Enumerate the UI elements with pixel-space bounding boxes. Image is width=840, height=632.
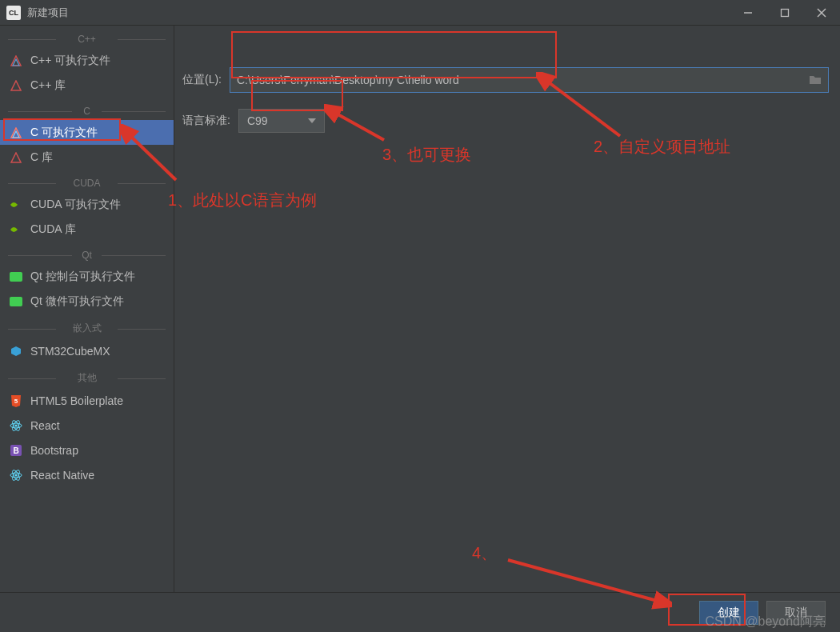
sidebar-item-label: Bootstrap <box>30 444 78 457</box>
sidebar-item-cpp-exec[interactable]: C++ 可执行文件 <box>0 48 174 73</box>
bootstrap-icon: B <box>10 444 22 457</box>
triangle-icon <box>10 54 22 67</box>
sidebar-item-cuda-exec[interactable]: CUDA 可执行文件 <box>0 192 174 217</box>
sidebar-item-react-native[interactable]: React Native <box>0 462 174 487</box>
triangle-icon <box>10 79 22 92</box>
window-controls <box>730 0 840 25</box>
sidebar-item-cuda-lib[interactable]: CUDA 库 <box>0 217 174 242</box>
app-icon: CL <box>6 6 21 20</box>
triangle-icon <box>10 126 22 139</box>
sidebar-item-react[interactable]: React <box>0 413 174 438</box>
react-icon <box>10 419 22 432</box>
qt-icon <box>10 295 22 308</box>
sidebar-item-bootstrap[interactable]: B Bootstrap <box>0 438 174 462</box>
category-embedded: 嵌入式 <box>0 322 174 335</box>
sidebar-item-label: CUDA 可执行文件 <box>30 198 121 212</box>
browse-folder-icon[interactable] <box>809 74 822 87</box>
language-standard-dropdown[interactable]: C99 <box>238 109 325 133</box>
sidebar-item-label: Qt 控制台可执行文件 <box>30 270 135 284</box>
cancel-button[interactable]: 取消 <box>766 601 826 625</box>
minimize-button[interactable] <box>730 0 766 26</box>
sidebar-item-label: React <box>30 419 60 432</box>
svg-marker-12 <box>11 346 21 356</box>
sidebar-item-label: HTML5 Boilerplate <box>30 394 123 407</box>
category-cuda: CUDA <box>0 178 174 189</box>
chevron-down-icon <box>308 118 316 123</box>
titlebar: CL 新建项目 <box>0 0 840 26</box>
sidebar-item-qt-console[interactable]: Qt 控制台可执行文件 <box>0 264 174 289</box>
sidebar-item-label: CUDA 库 <box>30 222 76 237</box>
html5-icon: 5 <box>10 394 22 407</box>
sidebar-item-stm32[interactable]: STM32CubeMX <box>0 338 174 363</box>
sidebar-item-label: C++ 库 <box>30 78 66 93</box>
close-button[interactable] <box>803 0 840 26</box>
sidebar-item-html5[interactable]: 5 HTML5 Boilerplate <box>0 388 174 413</box>
location-label: 位置(L): <box>182 73 222 87</box>
window-title: 新建项目 <box>27 6 730 20</box>
svg-rect-10 <box>10 272 22 282</box>
category-c: C <box>0 106 174 117</box>
location-input-wrap <box>230 67 829 93</box>
cube-icon <box>10 345 22 358</box>
svg-text:B: B <box>13 446 18 455</box>
qt-icon <box>10 270 22 283</box>
maximize-button[interactable] <box>766 0 803 26</box>
svg-rect-11 <box>10 297 22 306</box>
category-cpp: C++ <box>0 34 174 45</box>
sidebar-item-label: C++ 可执行文件 <box>30 54 110 68</box>
sidebar-item-label: C 库 <box>30 150 53 165</box>
project-type-sidebar: C++ C++ 可执行文件 C++ 库 C C 可执行文件 C 库 CUDA C… <box>0 26 174 592</box>
content-pane: 位置(L): 语言标准: C99 <box>174 26 840 592</box>
location-row: 位置(L): <box>182 67 829 93</box>
svg-point-21 <box>15 474 18 476</box>
triangle-icon <box>10 151 22 164</box>
react-icon <box>10 469 22 482</box>
sidebar-item-label: C 可执行文件 <box>30 126 98 140</box>
nvidia-icon <box>10 223 22 236</box>
svg-marker-4 <box>11 56 21 66</box>
sidebar-item-label: React Native <box>30 469 94 482</box>
svg-point-15 <box>15 424 18 426</box>
sidebar-item-label: STM32CubeMX <box>30 345 110 358</box>
category-other: 其他 <box>0 371 174 385</box>
svg-text:5: 5 <box>14 398 18 405</box>
category-qt: Qt <box>0 250 174 261</box>
standard-row: 语言标准: C99 <box>182 109 325 133</box>
sidebar-item-label: Qt 微件可执行文件 <box>30 294 124 309</box>
dropdown-value: C99 <box>247 114 268 127</box>
nvidia-icon <box>10 198 22 211</box>
sidebar-item-c-exec[interactable]: C 可执行文件 <box>0 120 174 145</box>
sidebar-item-cpp-lib[interactable]: C++ 库 <box>0 73 174 98</box>
sidebar-item-c-lib[interactable]: C 库 <box>0 145 174 170</box>
standard-label: 语言标准: <box>182 114 230 128</box>
sidebar-item-qt-widgets[interactable]: Qt 微件可执行文件 <box>0 289 174 314</box>
dialog-footer: 创建 取消 <box>0 592 840 632</box>
svg-marker-9 <box>11 153 21 162</box>
location-input[interactable] <box>237 74 802 86</box>
svg-marker-6 <box>11 81 21 90</box>
svg-rect-1 <box>782 10 789 17</box>
create-button[interactable]: 创建 <box>699 601 758 625</box>
svg-marker-7 <box>11 128 21 138</box>
